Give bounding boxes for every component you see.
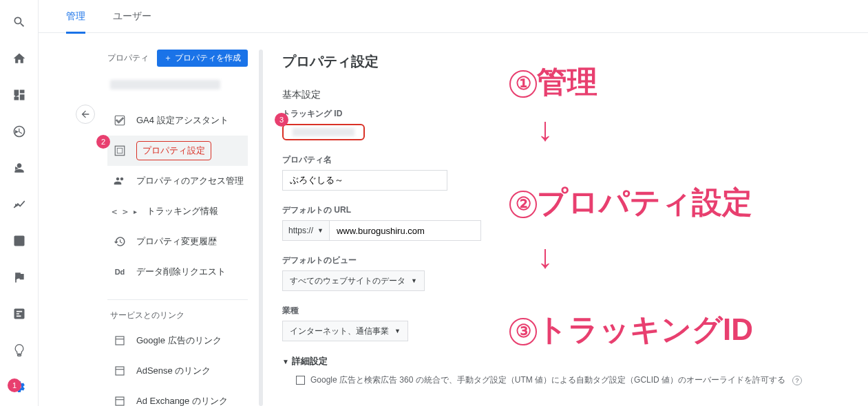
- discover-icon[interactable]: [11, 343, 28, 359]
- menu-adsense-link[interactable]: AdSense のリンク: [107, 356, 248, 386]
- attribution-icon[interactable]: [11, 306, 28, 322]
- annotation-step-2: ②プロパティ設定: [509, 182, 752, 223]
- annotation-arrow-1: ↓: [537, 110, 553, 148]
- override-checkbox[interactable]: [296, 376, 305, 385]
- tracking-id-label: トラッキング ID: [282, 108, 851, 120]
- home-icon[interactable]: [11, 50, 28, 66]
- code-icon: < >: [113, 204, 127, 218]
- menu-ad-exchange-link[interactable]: Ad Exchange のリンク: [107, 386, 248, 406]
- svg-rect-6: [116, 397, 124, 405]
- annotation-badge-1: 1: [8, 378, 21, 392]
- top-tabs: 管理 ユーザー: [39, 0, 868, 33]
- link-icon: [113, 364, 127, 378]
- links-heading: サービスとのリンク: [107, 299, 248, 321]
- tab-users[interactable]: ユーザー: [113, 1, 151, 34]
- behavior-icon[interactable]: ▸: [11, 233, 28, 249]
- menu-property-settings[interactable]: プロパティ設定: [107, 136, 248, 166]
- default-view-select[interactable]: すべてのウェブサイトのデータ▼: [282, 270, 425, 291]
- advanced-settings-toggle[interactable]: ▼詳細設定: [282, 355, 851, 367]
- checkbox-icon: [113, 114, 127, 127]
- people-icon: [113, 174, 127, 188]
- override-checkbox-label: Google 広告と検索広告 360 の統合で、手動タグ設定（UTM 値）による…: [310, 374, 785, 386]
- acquisition-icon[interactable]: ▸: [11, 196, 28, 212]
- annotation-step-1: ①管理: [509, 62, 597, 103]
- annotation-arrow-2: ↓: [537, 237, 553, 275]
- create-property-button[interactable]: ＋プロパティを作成: [157, 50, 248, 67]
- protocol-select[interactable]: https://▼: [282, 220, 330, 241]
- annotation-badge-3: 3: [275, 113, 288, 127]
- url-input[interactable]: [330, 220, 481, 241]
- tracking-id-value: [282, 124, 365, 140]
- realtime-icon[interactable]: ▸: [11, 123, 28, 139]
- history-icon: [113, 235, 127, 248]
- menu-change-history[interactable]: プロパティ変更履歴: [107, 226, 248, 257]
- help-icon[interactable]: ?: [792, 376, 802, 385]
- annotation-step-3: ③トラッキングID: [509, 310, 753, 350]
- industry-select[interactable]: インターネット、通信事業▼: [282, 321, 408, 341]
- left-nav-rail: ▸ ▸ ▸ ▸ ▸ ▸: [0, 0, 39, 406]
- menu-ga4-assistant[interactable]: GA4 設定アシスタント: [107, 105, 248, 136]
- annotation-badge-2: 2: [96, 135, 110, 149]
- svg-rect-2: [116, 336, 124, 345]
- settings-square-icon: [113, 144, 127, 158]
- audience-icon[interactable]: ▸: [11, 160, 28, 175]
- property-label: プロパティ: [107, 52, 149, 64]
- link-icon: [113, 334, 127, 348]
- property-name-label: プロパティ名: [282, 154, 851, 166]
- link-icon: [113, 394, 127, 406]
- menu-tracking-info[interactable]: < > ▸ トラッキング情報: [107, 196, 248, 226]
- svg-rect-0: [115, 146, 125, 156]
- menu-data-deletion[interactable]: Dd データ削除リクエスト: [107, 257, 248, 287]
- menu-google-ads-link[interactable]: Google 広告のリンク: [107, 325, 248, 356]
- dd-icon: Dd: [113, 265, 127, 279]
- menu-access-management[interactable]: プロパティのアクセス管理: [107, 166, 248, 196]
- property-name-input[interactable]: [282, 170, 447, 191]
- tab-admin[interactable]: 管理: [66, 1, 85, 34]
- conversions-icon[interactable]: ▸: [11, 270, 28, 286]
- property-name-selector[interactable]: [107, 72, 248, 97]
- dashboard-icon[interactable]: ▸: [11, 87, 28, 103]
- svg-rect-1: [117, 148, 123, 153]
- search-icon[interactable]: [11, 14, 28, 30]
- svg-rect-4: [116, 367, 124, 375]
- property-column: プロパティ ＋プロパティを作成 GA4 設定アシスタント プロパティ設定 プロパ…: [39, 33, 259, 406]
- default-view-label: デフォルトのビュー: [282, 255, 851, 266]
